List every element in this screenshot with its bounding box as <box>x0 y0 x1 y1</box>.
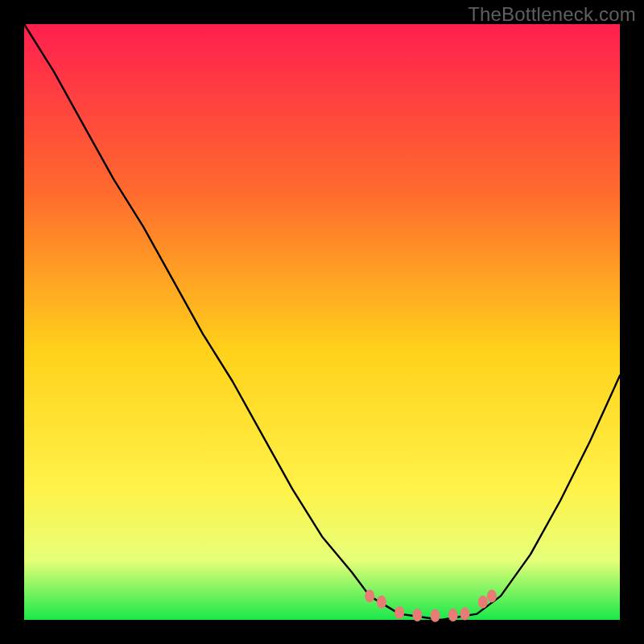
marker-mid-e <box>460 608 470 621</box>
watermark-text: TheBottleneck.com <box>468 3 636 26</box>
marker-left-cluster-b <box>377 596 386 609</box>
marker-mid-d <box>448 609 458 621</box>
marker-mid-a <box>394 606 404 619</box>
marker-right-cluster-b <box>487 589 497 602</box>
marker-left-cluster-a <box>365 589 374 602</box>
marker-mid-c <box>431 609 440 622</box>
gradient-background <box>24 24 620 620</box>
marker-mid-b <box>412 609 422 621</box>
chart-frame: { "watermark": "TheBottleneck.com", "col… <box>0 0 644 644</box>
marker-right-cluster-a <box>478 596 488 609</box>
bottleneck-chart <box>0 0 644 644</box>
